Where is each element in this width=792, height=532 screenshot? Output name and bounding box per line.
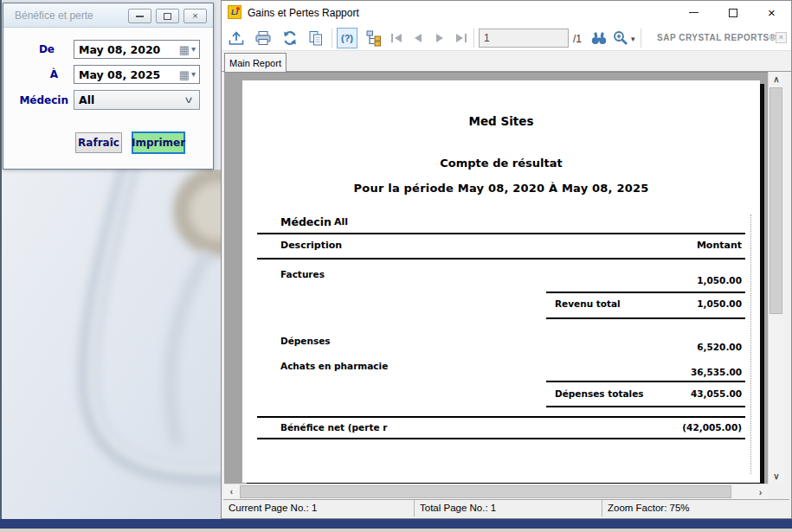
previous-page-icon <box>415 34 422 42</box>
last-page-icon <box>456 34 463 42</box>
page-area: Med Sites Compte de résultat Pour la pér… <box>224 72 768 484</box>
calendar-icon[interactable]: ▦ <box>179 44 190 55</box>
chevron-down-icon[interactable]: ▾ <box>191 45 196 54</box>
report-title: Compte de résultat <box>242 157 760 170</box>
page-number-input[interactable] <box>479 29 569 48</box>
first-page-button[interactable] <box>386 29 407 48</box>
last-page-button[interactable] <box>451 29 472 48</box>
scroll-up-icon[interactable]: ∧ <box>769 72 784 87</box>
column-header-description: Description <box>280 240 342 251</box>
toolbar-separator <box>641 29 641 48</box>
tab-main-report[interactable]: Main Report <box>224 53 287 72</box>
vertical-scrollbar-thumb[interactable] <box>769 87 782 314</box>
zoom-dropdown-caret[interactable]: ▾ <box>631 35 635 43</box>
window-close-button[interactable]: × <box>752 1 791 24</box>
help-button[interactable]: (?) <box>337 28 357 48</box>
refresh-toolbar-button[interactable] <box>280 29 300 48</box>
page-total-label: /1 <box>573 33 582 45</box>
print-toolbar-button[interactable] <box>253 29 274 48</box>
next-page-button[interactable] <box>429 29 450 48</box>
tab-bar: Main Report <box>222 51 791 72</box>
page-margin-marker <box>750 215 751 474</box>
calendar-icon[interactable]: ▦ <box>179 69 190 80</box>
report-subtotal-amount: 43,055.00 <box>691 388 742 399</box>
copy-icon <box>307 29 325 47</box>
report-row-label: Dépenses <box>280 336 331 346</box>
report-divider <box>257 258 745 260</box>
window-maximize-button[interactable] <box>713 1 752 24</box>
report-subtotal-label: Dépenses totales <box>555 388 644 399</box>
column-header-amount: Montant <box>697 240 742 251</box>
report-row-amount: 1,050.00 <box>697 275 742 285</box>
horizontal-scrollbar-thumb[interactable] <box>240 485 731 498</box>
report-divider <box>257 438 745 439</box>
report-row-amount: 36,535.00 <box>691 367 742 377</box>
toolbar-separator <box>473 29 474 48</box>
status-total-page: Total Page No.: 1 <box>415 500 602 516</box>
scroll-left-icon[interactable]: ‹ <box>224 484 239 500</box>
window-minimize-button[interactable] <box>674 1 713 24</box>
close-icon: × <box>779 34 783 42</box>
report-subtotal-label: Revenu total <box>555 298 621 309</box>
toolbar-separator <box>332 29 332 48</box>
report-row-label: Achats en pharmacie <box>280 361 388 371</box>
profit-loss-dialog: Bénéfice et perte × De May 08, 2020 ▦ ▾ … <box>3 3 214 170</box>
minimize-icon <box>689 12 699 14</box>
export-icon <box>228 29 245 47</box>
report-divider <box>546 317 745 319</box>
window-title: Gains et Pertes Rapport <box>248 7 359 19</box>
copy-button[interactable] <box>306 29 326 48</box>
dialog-body: De May 08, 2020 ▦ ▾ À May 08, 2025 ▦ ▾ M… <box>4 29 212 168</box>
next-page-icon <box>436 34 443 42</box>
report-subtotal-amount: 1,050.00 <box>697 298 742 309</box>
screen: Bénéfice et perte × De May 08, 2020 ▦ ▾ … <box>0 0 792 532</box>
report-divider <box>546 381 745 382</box>
report-window: Li Gains et Pertes Rapport × <box>221 0 792 519</box>
report-doctor-label: Médecin <box>280 215 332 228</box>
brand-close-button[interactable]: × <box>776 32 787 43</box>
horizontal-scrollbar[interactable]: ‹ › <box>224 484 768 499</box>
dialog-window-controls: × <box>128 9 207 23</box>
close-icon: × <box>192 11 197 21</box>
refresh-button[interactable]: Rafraîc <box>75 132 122 153</box>
report-divider <box>546 292 745 293</box>
previous-page-button[interactable] <box>408 29 428 48</box>
group-tree-icon <box>365 29 383 47</box>
doctor-select[interactable]: All ∨ <box>74 90 200 110</box>
desktop-edge <box>0 529 792 532</box>
vertical-scrollbar[interactable]: ∧ ∨ <box>768 72 783 484</box>
report-page: Med Sites Compte de résultat Pour la pér… <box>242 80 760 483</box>
find-button[interactable] <box>589 29 609 48</box>
from-date-field[interactable]: May 08, 2020 ▦ ▾ <box>74 40 200 59</box>
window-controls: × <box>674 1 791 24</box>
toolbar: (?) /1 <box>222 24 791 51</box>
report-period: Pour la période May 08, 2020 À May 08, 2… <box>242 182 760 195</box>
scroll-right-icon[interactable]: › <box>753 484 768 500</box>
scroll-down-icon[interactable]: ∨ <box>769 469 784 484</box>
group-tree-button[interactable] <box>364 29 384 48</box>
stethoscope-background-image <box>2 170 221 519</box>
dialog-titlebar[interactable]: Bénéfice et perte × <box>3 3 213 28</box>
chevron-down-icon[interactable]: ▾ <box>191 70 196 79</box>
to-date-field[interactable]: May 08, 2025 ▦ ▾ <box>74 65 200 84</box>
report-row-amount: 6,520.00 <box>697 342 742 352</box>
report-viewer: Med Sites Compte de résultat Pour la pér… <box>224 72 783 499</box>
dialog-close-button[interactable]: × <box>184 9 207 23</box>
dialog-maximize-button[interactable] <box>156 9 179 23</box>
window-titlebar[interactable]: Li Gains et Pertes Rapport × <box>222 1 791 24</box>
parent-window-bottom-border <box>0 519 792 529</box>
export-button[interactable] <box>226 29 247 48</box>
zoom-button[interactable] <box>610 29 631 48</box>
brand-label: SAP CRYSTAL REPORTS® <box>657 33 771 42</box>
stethoscope-illustration <box>2 170 221 519</box>
binoculars-icon <box>590 29 608 47</box>
print-button[interactable]: Imprimer <box>132 131 185 154</box>
dialog-minimize-button[interactable] <box>128 9 151 23</box>
help-icon: (?) <box>341 33 353 43</box>
from-date-value: May 08, 2020 <box>74 43 179 56</box>
maximize-icon <box>164 13 171 20</box>
scrollbar-corner <box>768 484 783 499</box>
report-doctor-value: All <box>334 216 348 228</box>
report-total-amount: (42,005.00) <box>682 422 742 433</box>
minimize-icon <box>136 16 144 17</box>
